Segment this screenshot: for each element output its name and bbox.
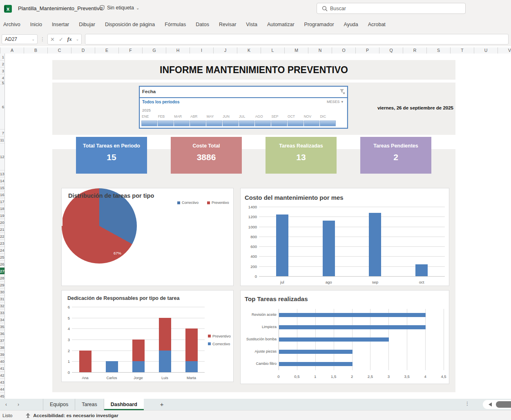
- tabbar-handle[interactable]: ⋮: [465, 401, 470, 407]
- chart-hbar-card[interactable]: Top Tareas realizadas00,511,522,533,544,…: [240, 290, 449, 384]
- row-header-34[interactable]: 34: [0, 316, 4, 323]
- row-header-36[interactable]: 36: [0, 330, 4, 337]
- slicer-level-dropdown[interactable]: MESES ▾: [327, 100, 343, 104]
- row-header-22[interactable]: 22: [0, 233, 4, 240]
- column-header-T[interactable]: T: [451, 47, 474, 54]
- slicer-segment-mar[interactable]: [174, 121, 190, 126]
- sheet-tab-dashboard[interactable]: Dashboard: [104, 399, 144, 410]
- row-header-13[interactable]: 13: [0, 170, 4, 177]
- slicer-segment-ene[interactable]: [141, 121, 157, 126]
- row-header-5[interactable]: 5: [0, 81, 4, 85]
- column-header-J[interactable]: J: [214, 47, 237, 54]
- name-box[interactable]: AD27 ⌄: [2, 34, 38, 44]
- column-header-M[interactable]: M: [285, 47, 308, 54]
- chart-bar-card[interactable]: Costo del mantenimiento por mes020040060…: [240, 188, 449, 286]
- column-header-A[interactable]: A: [0, 47, 24, 54]
- chart-stacked-bar-card[interactable]: Dedicación de Responsables por tipo de t…: [61, 290, 234, 382]
- column-header-R[interactable]: R: [403, 47, 427, 54]
- slicer-segment-abr[interactable]: [190, 121, 206, 126]
- cancel-button[interactable]: ✕: [50, 36, 55, 42]
- row-header-25[interactable]: 25: [0, 254, 4, 261]
- ribbon-tab-revisar[interactable]: Revisar: [214, 17, 241, 32]
- row-header-38[interactable]: 38: [0, 344, 4, 351]
- row-header-39[interactable]: 39: [0, 351, 4, 358]
- ribbon-tab-inicio[interactable]: Inicio: [25, 17, 47, 32]
- row-header-43[interactable]: 43: [0, 379, 4, 386]
- formula-bar-handle[interactable]: ⋮: [40, 36, 45, 42]
- ribbon-tab-automatizar[interactable]: Automatizar: [262, 17, 299, 32]
- row-header-42[interactable]: 42: [0, 372, 4, 379]
- column-header-S[interactable]: S: [427, 47, 451, 54]
- row-header-30[interactable]: 30: [0, 288, 4, 295]
- column-header-F[interactable]: F: [119, 47, 143, 54]
- row-header-37[interactable]: 37: [0, 337, 4, 344]
- column-header-B[interactable]: B: [24, 47, 48, 54]
- row-header-24[interactable]: 24: [0, 247, 4, 254]
- slicer-segment-sep[interactable]: [271, 121, 287, 126]
- row-header-7[interactable]: 7: [0, 130, 4, 136]
- column-header-H[interactable]: H: [166, 47, 190, 54]
- row-header-45[interactable]: 45: [0, 393, 4, 399]
- sheet-tab-tareas[interactable]: Tareas: [75, 399, 104, 410]
- add-sheet-button[interactable]: +: [150, 399, 174, 410]
- row-header-33[interactable]: 33: [0, 309, 4, 316]
- clear-filter-icon[interactable]: [339, 89, 345, 94]
- row-header-44[interactable]: 44: [0, 386, 4, 393]
- row-header-31[interactable]: 31: [0, 295, 4, 302]
- row-header-2[interactable]: 2: [0, 60, 4, 67]
- row-header-18[interactable]: 18: [0, 205, 4, 212]
- column-header-O[interactable]: O: [332, 47, 356, 54]
- row-header-23[interactable]: 23: [0, 240, 4, 247]
- row-header-27[interactable]: 27: [0, 268, 4, 275]
- ribbon-tab-archivo[interactable]: Archivo: [0, 17, 25, 32]
- row-header-14[interactable]: 14: [0, 177, 4, 184]
- ribbon-tab-insertar[interactable]: Insertar: [47, 17, 74, 32]
- ribbon-tab-disposici-n-de-p-gina[interactable]: Disposición de página: [100, 17, 160, 32]
- row-header-11[interactable]: 11: [0, 136, 4, 143]
- row-header-6[interactable]: 6: [0, 85, 4, 130]
- sheet-nav-next-icon[interactable]: ›: [12, 399, 25, 410]
- row-header-26[interactable]: 26: [0, 261, 4, 268]
- insert-function-button[interactable]: fx: [67, 36, 72, 42]
- row-header-19[interactable]: 19: [0, 212, 4, 219]
- search-input[interactable]: Buscar: [317, 3, 466, 14]
- column-header-C[interactable]: C: [48, 47, 71, 54]
- sheet-nav-prev-icon[interactable]: ‹: [0, 399, 12, 410]
- scrollbar-thumb[interactable]: [496, 401, 511, 408]
- row-header-1[interactable]: 1: [0, 54, 4, 60]
- slicer-segment-jul[interactable]: [239, 121, 255, 126]
- column-header-E[interactable]: E: [95, 47, 119, 54]
- ribbon-tab-acrobat[interactable]: Acrobat: [363, 17, 391, 32]
- ribbon-tab-datos[interactable]: Datos: [191, 17, 214, 32]
- slicer-segment-feb[interactable]: [158, 121, 174, 126]
- column-header-P[interactable]: P: [356, 47, 379, 54]
- timeline-slicer[interactable]: Fecha Todos los períodos MESES ▾ 2025 EN…: [139, 86, 348, 129]
- slicer-segment-ago[interactable]: [255, 121, 271, 126]
- ribbon-tab-ayuda[interactable]: Ayuda: [339, 17, 363, 32]
- sensitivity-label[interactable]: ? Sin etiqueta ⌄: [99, 5, 139, 11]
- row-header-32[interactable]: 32: [0, 302, 4, 309]
- formula-input[interactable]: [85, 34, 509, 45]
- column-header-N[interactable]: N: [308, 47, 332, 54]
- ribbon-tab-programador[interactable]: Programador: [299, 17, 339, 32]
- row-header-4[interactable]: 4: [0, 74, 4, 81]
- row-header-15[interactable]: 15: [0, 184, 4, 191]
- row-header-21[interactable]: 21: [0, 226, 4, 233]
- row-header-29[interactable]: 29: [0, 281, 4, 288]
- ribbon-tab-vista[interactable]: Vista: [241, 17, 262, 32]
- sheet-tab-equipos[interactable]: Equipos: [43, 399, 75, 410]
- column-header-L[interactable]: L: [261, 47, 285, 54]
- chart-pie-card[interactable]: Distribución de tareas por tipoCorrectiv…: [61, 188, 234, 286]
- scroll-left-icon[interactable]: [489, 402, 492, 407]
- slicer-segment-oct[interactable]: [288, 121, 303, 126]
- slicer-segment-dic[interactable]: [320, 121, 336, 126]
- row-header-17[interactable]: 17: [0, 198, 4, 205]
- row-header-16[interactable]: 16: [0, 191, 4, 198]
- column-header-G[interactable]: G: [143, 47, 166, 54]
- row-header-41[interactable]: 41: [0, 365, 4, 372]
- row-header-35[interactable]: 35: [0, 323, 4, 330]
- row-header-3[interactable]: 3: [0, 67, 4, 74]
- column-header-K[interactable]: K: [237, 47, 261, 54]
- ribbon-tab-f-rmulas[interactable]: Fórmulas: [160, 17, 191, 32]
- column-header-V[interactable]: V: [498, 47, 511, 54]
